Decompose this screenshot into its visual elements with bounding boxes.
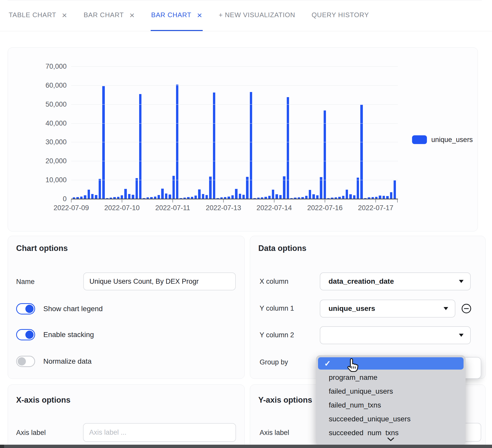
x-axis-tick <box>397 199 398 202</box>
bar <box>161 189 163 199</box>
bar <box>357 178 359 199</box>
y-axis-options-title: Y-axis options <box>258 395 312 405</box>
bar <box>368 197 370 199</box>
chevron-down-icon <box>459 280 464 283</box>
dropdown-option[interactable]: program_name <box>316 371 466 384</box>
tab-query-history[interactable]: QUERY HISTORY <box>311 0 370 31</box>
x-axis-tick <box>223 199 224 202</box>
bar <box>147 197 149 199</box>
x-axis-tick-label: 2022-07-10 <box>104 204 140 212</box>
gridline <box>71 66 398 67</box>
bar <box>224 197 226 199</box>
chevron-down-icon <box>444 307 448 310</box>
gridline <box>71 161 398 161</box>
x-column-value: data_creation_date <box>329 277 394 286</box>
toggle-enable-stacking[interactable] <box>16 329 35 340</box>
bar <box>150 197 152 199</box>
bar <box>121 195 123 199</box>
tab-table-chart[interactable]: TABLE CHART× <box>8 0 68 31</box>
bar <box>132 195 134 199</box>
bar <box>88 190 90 199</box>
bar <box>99 179 101 199</box>
bar <box>165 194 167 199</box>
gridline <box>71 123 398 124</box>
x-axis-label-input[interactable] <box>83 423 236 442</box>
bar <box>231 195 234 199</box>
bar <box>272 190 274 199</box>
bar <box>158 195 160 199</box>
toggle-row: Normalize data <box>16 356 91 367</box>
dropdown-selected-option[interactable]: ✓ <box>318 357 464 370</box>
bar <box>342 196 344 199</box>
toggle-label: Show chart legend <box>43 305 103 313</box>
horizontal-scrollbar[interactable] <box>0 445 492 448</box>
x-axis-tick <box>325 199 325 202</box>
x-column-select[interactable]: data_creation_date <box>320 272 471 290</box>
bar <box>253 198 256 199</box>
x-column-label: X column <box>260 278 289 286</box>
bar <box>338 197 341 199</box>
bar <box>335 197 337 199</box>
x-axis-tick-label: 2022-07-09 <box>54 204 89 212</box>
x-axis-tick <box>274 199 274 202</box>
x-axis-tick <box>375 199 376 202</box>
bar <box>264 197 267 199</box>
y-column-1-select[interactable]: unique_users <box>320 300 455 318</box>
bar <box>84 195 86 199</box>
dropdown-option[interactable]: succeeded_unique_users <box>316 412 466 426</box>
x-axis-tick-label: 2022-07-13 <box>206 204 241 212</box>
bar <box>390 192 392 199</box>
plot-area: 70,00060,00050,00040,00030,00020,00010,0… <box>71 66 398 199</box>
toggle-row: Enable stacking <box>16 329 94 340</box>
tab-bar-chart[interactable]: BAR CHART× <box>151 0 203 31</box>
close-icon[interactable]: × <box>62 11 67 19</box>
dropdown-option[interactable]: failed_unique_users <box>316 384 466 398</box>
x-axis-tick <box>172 199 173 202</box>
bar <box>372 197 374 199</box>
bar <box>290 198 293 199</box>
chart-options-panel: Chart options Name Show chart legendEnab… <box>8 236 245 379</box>
close-icon[interactable]: × <box>197 11 202 19</box>
bar <box>124 189 127 199</box>
dropdown-option[interactable]: succeeded_num_txns <box>316 426 466 435</box>
bar <box>217 198 219 199</box>
bar <box>128 194 130 199</box>
minus-circle-icon <box>461 311 471 314</box>
bar <box>106 198 108 199</box>
bar <box>360 105 363 199</box>
chart-card: 70,00060,00050,00040,00030,00020,00010,0… <box>8 47 478 231</box>
bar <box>239 194 241 199</box>
bar <box>309 190 311 199</box>
x-axis-line <box>71 199 398 199</box>
y-axis-tick-label: 10,000 <box>45 176 67 184</box>
visualization-builder-page: TABLE CHART×BAR CHART×BAR CHART×+ NEW VI… <box>0 0 492 448</box>
close-icon[interactable]: × <box>129 11 135 19</box>
bar <box>198 189 200 199</box>
remove-y-column-button[interactable] <box>461 303 471 314</box>
gridline <box>71 180 398 180</box>
bar <box>136 178 138 199</box>
bar <box>73 197 75 199</box>
bar <box>324 110 326 199</box>
legend-label: unique_users <box>431 136 473 144</box>
toggle-show-chart-legend[interactable] <box>16 303 35 314</box>
bar <box>364 198 366 199</box>
tab-label: + NEW VISUALIZATION <box>219 11 295 19</box>
legend-swatch <box>412 135 427 144</box>
scroll-more-chevron-icon[interactable] <box>387 437 395 443</box>
bar <box>320 177 322 199</box>
dropdown-option[interactable]: failed_num_txns <box>316 398 466 412</box>
toggle-normalize-data[interactable] <box>16 356 35 367</box>
tab-bar-chart[interactable]: BAR CHART× <box>83 0 135 31</box>
bar <box>220 197 223 199</box>
tab--new-visualization[interactable]: + NEW VISUALIZATION <box>218 0 296 31</box>
bar <box>172 176 175 199</box>
bar <box>353 195 355 199</box>
toggle-knob <box>25 331 34 339</box>
chart-name-input[interactable] <box>83 272 236 290</box>
group-by-dropdown: ✓ program_namefailed_unique_usersfailed_… <box>316 355 466 445</box>
bar <box>279 195 282 199</box>
y-axis-tick-label: 50,000 <box>45 100 67 108</box>
toggle-label: Normalize data <box>43 357 91 365</box>
y-column-2-select[interactable] <box>320 326 471 344</box>
